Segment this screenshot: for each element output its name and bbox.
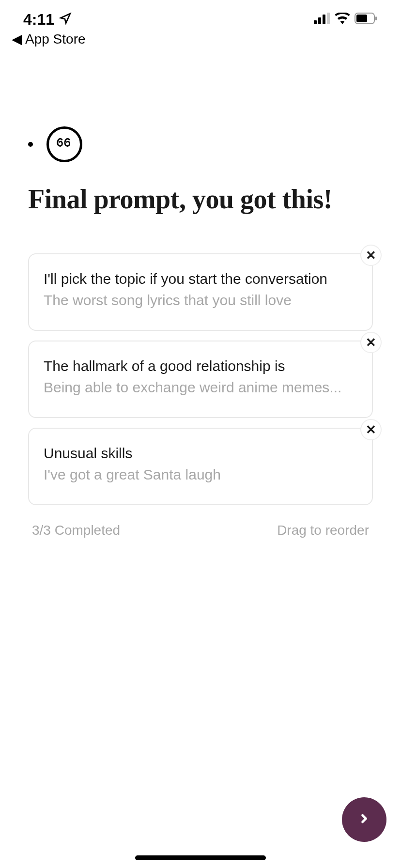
wifi-icon bbox=[335, 13, 350, 26]
prompt-card[interactable]: Unusual skills I've got a great Santa la… bbox=[28, 428, 373, 505]
footer-row: 3/3 Completed Drag to reorder bbox=[28, 515, 373, 546]
close-icon: ✕ bbox=[366, 422, 376, 437]
prompt-card[interactable]: I'll pick the topic if you start the con… bbox=[28, 253, 373, 331]
battery-icon bbox=[355, 13, 378, 26]
close-icon: ✕ bbox=[366, 335, 376, 350]
status-right bbox=[314, 13, 378, 26]
reorder-hint: Drag to reorder bbox=[277, 523, 369, 538]
svg-rect-0 bbox=[314, 20, 317, 24]
quote-icon bbox=[46, 126, 82, 162]
prompt-answer: Being able to exchange weird anime memes… bbox=[44, 379, 357, 396]
svg-rect-5 bbox=[356, 15, 367, 22]
next-button[interactable] bbox=[342, 797, 386, 842]
cellular-icon bbox=[314, 13, 330, 26]
progress-dot bbox=[28, 142, 33, 147]
breadcrumb-back[interactable]: ◀ App Store bbox=[0, 29, 401, 49]
page-title: Final prompt, you got this! bbox=[28, 184, 373, 215]
status-time: 4:11 bbox=[23, 11, 54, 29]
svg-rect-1 bbox=[318, 17, 321, 24]
svg-rect-2 bbox=[323, 15, 325, 24]
svg-rect-6 bbox=[375, 16, 377, 20]
prompt-title: I'll pick the topic if you start the con… bbox=[44, 271, 357, 287]
prompt-title: The hallmark of a good relationship is bbox=[44, 358, 357, 374]
prompt-card[interactable]: The hallmark of a good relationship is B… bbox=[28, 341, 373, 418]
back-icon: ◀ bbox=[12, 31, 22, 47]
remove-prompt-button[interactable]: ✕ bbox=[360, 245, 382, 266]
prompt-answer: I've got a great Santa laugh bbox=[44, 466, 357, 483]
status-bar: 4:11 bbox=[0, 0, 401, 29]
status-left: 4:11 bbox=[23, 11, 72, 29]
close-icon: ✕ bbox=[366, 248, 376, 263]
main-content: Final prompt, you got this! I'll pick th… bbox=[0, 126, 401, 546]
completed-count: 3/3 Completed bbox=[32, 523, 120, 538]
breadcrumb-label: App Store bbox=[25, 31, 86, 47]
location-icon bbox=[59, 11, 72, 29]
prompt-title: Unusual skills bbox=[44, 445, 357, 462]
remove-prompt-button[interactable]: ✕ bbox=[360, 332, 382, 353]
home-indicator[interactable] bbox=[135, 855, 266, 860]
svg-rect-3 bbox=[327, 13, 330, 24]
prompt-answer: The worst song lyrics that you still lov… bbox=[44, 292, 357, 309]
header-row bbox=[28, 126, 373, 162]
remove-prompt-button[interactable]: ✕ bbox=[360, 419, 382, 440]
chevron-right-icon bbox=[357, 812, 371, 827]
